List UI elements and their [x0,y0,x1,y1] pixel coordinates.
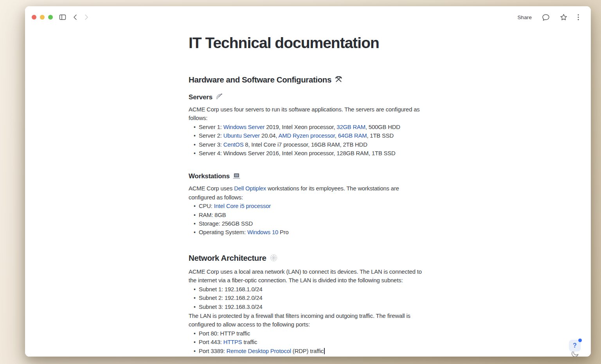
inline-text: Operating System: [199,229,247,235]
heading-network-text: Network Architecture [189,253,266,262]
servers-list: Server 1: Windows Server 2019, Intel Xeo… [189,123,591,158]
inline-text: , [335,133,338,139]
list-item: Port 443: HTTPS traffic [189,338,591,346]
servers-intro: ACME Corp uses four servers to run its s… [189,105,591,123]
inline-text: Subnet 2: 192.168.2.0/24 [199,295,263,301]
list-item: Subnet 2: 192.168.2.0/24 [189,294,591,302]
inline-text: follows: [189,115,207,121]
heading-servers-text: Servers [189,93,212,101]
list-item: Server 2: Ubuntu Server 20.04, AMD Ryzen… [189,131,591,140]
network-intro: ACME Corp uses a local area network (LAN… [189,267,591,285]
heading-hardware: Hardware and Software Configurations [189,74,591,86]
inline-link[interactable]: Intel Core i5 processor [214,203,271,209]
comment-bubble-icon [542,14,550,21]
heading-network: Network Architecture [189,253,591,264]
inline-text: Server 2: [199,133,223,139]
heading-hardware-text: Hardware and Software Configurations [189,75,331,84]
inline-text: RAM: 8GB [199,212,226,218]
heading-servers: Servers [189,93,591,103]
inline-text: 2019, Intel Xeon processor, [265,124,336,130]
spider-web-emoji [270,254,278,264]
inline-link[interactable]: CentOS [223,142,244,148]
page-title: IT Technical documentation [189,34,591,52]
inline-link[interactable]: Remote Desktop Protocol [227,348,291,354]
inline-text: CPU: [199,203,214,209]
list-item: Server 4: Windows Server 2016, Intel Xeo… [189,149,591,158]
hammer-and-pick-emoji [335,75,343,86]
inline-text: Server 3: [199,142,223,148]
inline-text: Port 443: [199,339,223,345]
inline-text: (RDP) traffic [291,348,324,354]
inline-link[interactable]: Dell Optiplex [234,185,266,192]
inline-link[interactable]: HTTPS [223,339,242,345]
workstations-list: CPU: Intel Core i5 processor RAM: 8GB St… [189,202,591,237]
list-item: Operating System: Windows 10 Pro [189,228,591,237]
nav-buttons [73,14,89,20]
laptop-emoji [233,173,240,182]
app-window: Share IT Technical documentation Hardwar… [25,6,591,357]
inline-text: Port 80: HTTP traffic [199,330,250,337]
list-item: RAM: 8GB [189,211,591,219]
list-item: Subnet 1: 192.168.1.0/24 [189,285,591,294]
subnets-list: Subnet 1: 192.168.1.0/24 Subnet 2: 192.1… [189,285,591,311]
list-item: Server 1: Windows Server 2019, Intel Xeo… [189,123,591,131]
inline-link[interactable]: AMD Ryzen processor [278,133,335,139]
more-options-button[interactable] [578,14,579,20]
inline-link[interactable]: Windows Server [223,124,265,130]
list-item: Port 80: HTTP traffic [189,329,591,338]
close-button[interactable] [32,15,36,20]
inline-link[interactable]: 64GB RAM [338,133,367,139]
titlebar-actions: Share [517,14,579,21]
list-item: CPU: Intel Core i5 processor [189,202,591,210]
ports-list: Port 80: HTTP traffic Port 443: HTTPS tr… [189,329,591,355]
satellite-antenna-emoji [216,93,223,103]
minimize-button[interactable] [40,15,45,20]
list-item: Server 3: CentOS 8, Intel Core i7 proces… [189,140,591,149]
firewall-paragraph: The LAN is protected by a firewall that … [189,312,591,329]
star-button[interactable] [560,14,567,21]
text-cursor [324,348,325,354]
comment-button[interactable] [542,14,550,21]
list-item: Storage: 256GB SSD [189,219,591,228]
inline-text: Pro [278,229,289,235]
inline-link[interactable]: 32GB RAM [336,124,365,130]
inline-text: Server 1: [199,124,223,130]
inline-text: 20.04, [260,133,278,139]
inline-text: the internet via a fiber-optic connectio… [189,277,403,283]
inline-text: configured as follows: [189,194,243,201]
inline-text: configured to allow access to the follow… [189,321,310,328]
inline-text: workstations for its employees. The work… [266,185,399,192]
inline-text: Subnet 3: 192.168.3.0/24 [199,304,263,310]
inline-text: 8, Intel Core i7 processor, 16GB RAM, 2T… [243,142,367,148]
sidebar-toggle-icon[interactable] [59,14,66,20]
inline-text: The LAN is protected by a firewall that … [189,313,410,319]
more-vertical-icon [578,14,579,20]
inline-text: Server 4: Windows Server 2016, Intel Xeo… [199,150,396,156]
document-canvas[interactable]: IT Technical documentation Hardware and … [25,28,591,357]
star-icon [560,14,567,21]
help-button[interactable]: ? [569,340,581,351]
inline-text: ACME Corp uses [189,185,234,192]
help-button-label: ? [573,342,577,349]
heading-workstations-text: Workstations [189,172,230,180]
heading-workstations: Workstations [189,172,591,182]
notification-dot [578,339,582,342]
list-item: Subnet 3: 192.168.3.0/24 [189,303,591,311]
inline-text: Storage: 256GB SSD [199,221,253,227]
forward-button[interactable] [84,14,89,20]
inline-text: ACME Corp uses four servers to run its s… [189,106,420,113]
list-item: Port 3389: Remote Desktop Protocol (RDP)… [189,347,591,355]
zoom-button[interactable] [48,15,53,20]
share-button[interactable]: Share [517,14,532,20]
inline-link[interactable]: Ubuntu Server [223,133,260,139]
inline-text: traffic [242,339,257,345]
titlebar: Share [25,6,591,28]
traffic-lights [32,15,53,20]
inline-text: , 500GB HDD [365,124,400,130]
back-button[interactable] [73,14,77,20]
inline-text: Subnet 1: 192.168.1.0/24 [199,286,263,292]
inline-text: , 1TB SSD [367,133,394,139]
inline-text: Port 3389: [199,348,227,354]
inline-text: ACME Corp uses a local area network (LAN… [189,269,422,275]
inline-link[interactable]: Windows 10 [247,229,278,235]
